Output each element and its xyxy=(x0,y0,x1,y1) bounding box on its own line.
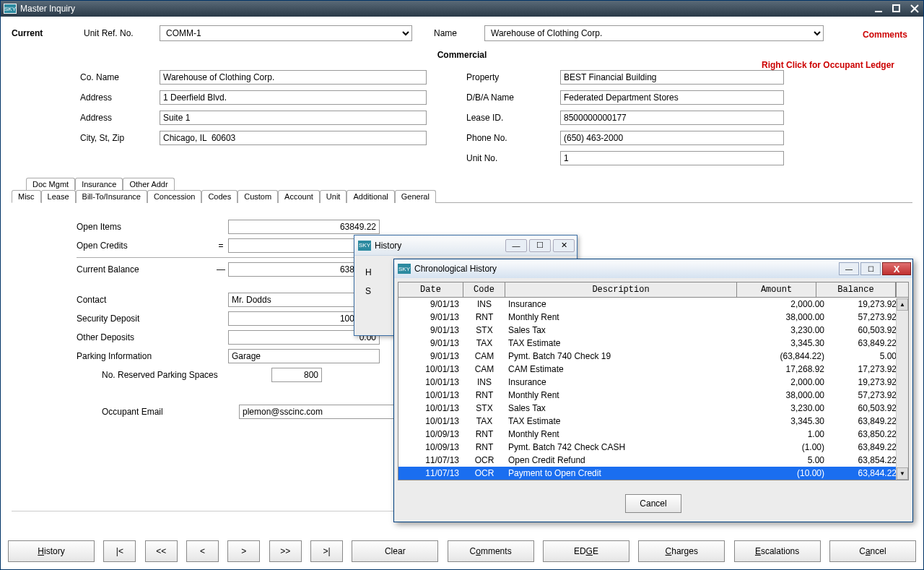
unit-ref-select[interactable]: COMM-1 xyxy=(160,25,412,41)
address1-label: Address xyxy=(80,92,160,103)
scroll-up[interactable]: ▲ xyxy=(897,298,908,311)
tab-bill-to-insurance[interactable]: Bill-To/Insurance xyxy=(76,190,147,203)
prevpage-button[interactable]: << xyxy=(145,540,178,562)
reserved-spaces-input[interactable] xyxy=(271,368,322,382)
address1-input[interactable] xyxy=(160,90,427,105)
close-button[interactable] xyxy=(905,2,923,15)
tab-general[interactable]: General xyxy=(395,190,436,203)
history-minimize-button[interactable]: — xyxy=(505,239,527,252)
property-input[interactable] xyxy=(560,70,784,85)
lease-input[interactable] xyxy=(560,111,784,125)
history-close-button[interactable]: ✕ xyxy=(553,239,575,252)
tabs-row-1: Doc MgmtInsuranceOther Addr xyxy=(12,177,912,189)
table-row[interactable]: 10/01/13TAXTAX Estimate3,345.3063,849.22 xyxy=(398,415,908,428)
tab-misc[interactable]: Misc xyxy=(12,190,41,203)
edge-button[interactable]: EDGE xyxy=(543,540,629,562)
tab-custom[interactable]: Custom xyxy=(237,190,278,203)
name-select[interactable]: Warehouse of Clothing Corp. xyxy=(484,25,824,41)
address2-label: Address xyxy=(80,113,160,123)
col-code[interactable]: Code xyxy=(463,282,505,297)
table-row[interactable]: 9/01/13RNTMonthly Rent38,000.0057,273.92 xyxy=(398,311,908,324)
table-row[interactable]: 9/01/13CAMPymt. Batch 740 Check 19(63,84… xyxy=(398,350,908,363)
table-row[interactable]: 10/09/13RNTPymt. Batch 742 Check CASH(1.… xyxy=(398,441,908,454)
tab-codes[interactable]: Codes xyxy=(201,190,237,203)
table-row[interactable]: 11/07/13OCRPayment to Open Credit(10.00)… xyxy=(398,467,908,480)
tab-unit[interactable]: Unit xyxy=(320,190,347,203)
tab-account[interactable]: Account xyxy=(278,190,320,203)
scroll-down[interactable]: ▼ xyxy=(897,467,908,480)
phone-input[interactable] xyxy=(560,131,784,145)
bottom-button-bar: History |< << < > >> >| Clear Comments E… xyxy=(8,540,916,562)
table-row[interactable]: 10/01/13INSInsurance2,000.0019,273.92 xyxy=(398,376,908,389)
nextpage-button[interactable]: >> xyxy=(269,540,302,562)
current-balance-label: Current Balance xyxy=(77,264,214,275)
table-row[interactable]: 9/01/13INSInsurance2,000.0019,273.92 xyxy=(398,298,908,311)
co-name-input[interactable] xyxy=(160,70,427,85)
tab-insurance[interactable]: Insurance xyxy=(75,178,123,190)
tab-additional[interactable]: Additional xyxy=(346,190,394,203)
table-row[interactable]: 10/01/13RNTMonthly Rent38,000.0057,273.9… xyxy=(398,389,908,402)
tab-other-addr[interactable]: Other Addr xyxy=(123,178,174,190)
chron-history-window: SKY Chronological History — ☐ X Date Cod… xyxy=(393,259,913,522)
col-desc[interactable]: Description xyxy=(505,282,737,297)
app-icon: SKY xyxy=(4,4,17,14)
name-label: Name xyxy=(434,28,484,38)
table-row[interactable]: 9/01/13TAXTAX Estimate3,345.3063,849.22 xyxy=(398,337,908,350)
chron-maximize-button[interactable]: ☐ xyxy=(860,262,881,275)
col-balance[interactable]: Balance xyxy=(816,282,896,297)
history-button[interactable]: History xyxy=(8,540,95,562)
open-items-label: Open Items xyxy=(77,222,214,232)
right-click-hint: Right Click for Occupant Ledger xyxy=(762,60,894,70)
main-titlebar: SKY Master Inquiry xyxy=(1,1,923,17)
escalations-button[interactable]: Escalations xyxy=(734,540,821,562)
tab-concession[interactable]: Concession xyxy=(147,190,201,203)
cancel-button[interactable]: Cancel xyxy=(829,540,916,562)
table-row[interactable]: 10/01/13CAMCAM Estimate17,268.9217,273.9… xyxy=(398,363,908,376)
co-name-label: Co. Name xyxy=(80,72,160,82)
app-icon: SKY xyxy=(398,264,411,274)
tabs-row-2: MiscLeaseBill-To/InsuranceConcessionCode… xyxy=(12,189,912,203)
unit-label: Unit No. xyxy=(466,153,560,163)
comments-button[interactable]: Comments xyxy=(448,540,534,562)
col-amount[interactable]: Amount xyxy=(737,282,816,297)
next-button[interactable]: > xyxy=(227,540,260,562)
svg-rect-0 xyxy=(875,11,882,12)
address2-input[interactable] xyxy=(160,111,427,125)
prev-button[interactable]: < xyxy=(186,540,219,562)
chron-minimize-button[interactable]: — xyxy=(839,262,859,275)
open-items-input[interactable] xyxy=(228,220,380,234)
minimize-button[interactable] xyxy=(869,2,887,15)
dba-input[interactable] xyxy=(560,90,784,105)
chron-title: Chronological History xyxy=(414,264,839,274)
table-row[interactable]: 11/07/13OCROpen Credit Refund5.0063,854.… xyxy=(398,454,908,467)
grid-scrollbar[interactable]: ▲ ▼ xyxy=(896,298,908,480)
last-button[interactable]: >| xyxy=(310,540,343,562)
tab-doc-mgmt[interactable]: Doc Mgmt xyxy=(26,178,75,190)
table-row[interactable]: 10/09/13RNTMonthly Rent1.0063,850.22 xyxy=(398,428,908,441)
table-row[interactable]: 9/01/13STXSales Tax3,230.0060,503.92 xyxy=(398,324,908,337)
city-input[interactable] xyxy=(160,131,427,145)
other-deposits-label: Other Deposits xyxy=(77,332,214,342)
chron-close-button[interactable]: X xyxy=(882,262,911,275)
separator xyxy=(77,257,365,258)
history-maximize-button[interactable]: ☐ xyxy=(529,239,551,252)
charges-button[interactable]: Charges xyxy=(638,540,725,562)
phone-label: Phone No. xyxy=(466,133,560,143)
table-row[interactable]: 10/01/13STXSales Tax3,230.0060,503.92 xyxy=(398,402,908,415)
grid-body[interactable]: 9/01/13INSInsurance2,000.0019,273.929/01… xyxy=(398,298,908,480)
unit-ref-label: Unit Ref. No. xyxy=(84,28,160,38)
tab-lease[interactable]: Lease xyxy=(41,190,76,203)
unit-input[interactable] xyxy=(560,151,784,165)
history-title: History xyxy=(375,241,505,251)
parking-info-input[interactable] xyxy=(228,349,380,363)
comments-link[interactable]: Comments xyxy=(863,30,907,40)
col-date[interactable]: Date xyxy=(398,282,463,297)
sec-deposit-label: Security Deposit xyxy=(77,314,214,324)
chron-cancel-button[interactable]: Cancel xyxy=(625,494,681,513)
open-credits-label: Open Credits xyxy=(77,241,214,251)
first-button[interactable]: |< xyxy=(103,540,136,562)
current-label: Current xyxy=(12,28,84,38)
clear-button[interactable]: Clear xyxy=(352,540,438,562)
contact-label: Contact xyxy=(77,295,214,305)
maximize-button[interactable] xyxy=(887,2,905,15)
